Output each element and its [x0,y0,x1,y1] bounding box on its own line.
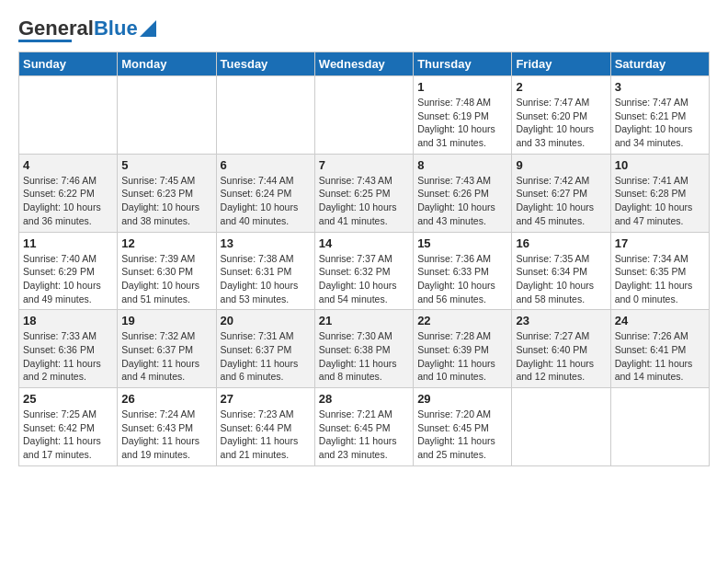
day-number: 14 [319,236,409,250]
day-info: Sunrise: 7:43 AMSunset: 6:26 PMDaylight:… [417,174,507,228]
calendar-week-row: 25Sunrise: 7:25 AMSunset: 6:42 PMDayligh… [19,388,710,466]
day-number: 15 [417,236,507,250]
calendar-cell: 23Sunrise: 7:27 AMSunset: 6:40 PMDayligh… [512,310,610,388]
calendar-week-row: 11Sunrise: 7:40 AMSunset: 6:29 PMDayligh… [19,232,710,310]
calendar-cell: 26Sunrise: 7:24 AMSunset: 6:43 PMDayligh… [118,388,216,466]
logo: GeneralBlue [18,18,156,42]
day-info: Sunrise: 7:26 AMSunset: 6:41 PMDaylight:… [615,329,705,384]
day-number: 19 [121,314,211,327]
day-info: Sunrise: 7:40 AMSunset: 6:29 PMDaylight:… [23,252,113,306]
day-info: Sunrise: 7:48 AMSunset: 6:19 PMDaylight:… [417,96,507,150]
day-number: 2 [516,80,606,94]
day-info: Sunrise: 7:43 AMSunset: 6:25 PMDaylight:… [319,174,409,228]
day-info: Sunrise: 7:47 AMSunset: 6:21 PMDaylight:… [615,96,705,150]
day-number: 18 [23,314,113,327]
calendar-cell: 12Sunrise: 7:39 AMSunset: 6:30 PMDayligh… [118,232,216,310]
day-number: 3 [615,80,705,94]
day-of-week-header: Thursday [414,52,512,76]
logo-icon [140,20,156,37]
day-info: Sunrise: 7:28 AMSunset: 6:39 PMDaylight:… [417,329,507,384]
calendar-cell: 2Sunrise: 7:47 AMSunset: 6:20 PMDaylight… [512,76,610,155]
day-number: 10 [615,158,705,172]
calendar-cell: 19Sunrise: 7:32 AMSunset: 6:37 PMDayligh… [118,310,216,388]
day-number: 28 [319,392,409,406]
day-number: 9 [516,158,606,172]
calendar-cell: 28Sunrise: 7:21 AMSunset: 6:45 PMDayligh… [314,388,413,466]
calendar-week-row: 1Sunrise: 7:48 AMSunset: 6:19 PMDaylight… [19,76,710,155]
calendar-cell: 1Sunrise: 7:48 AMSunset: 6:19 PMDaylight… [414,76,512,155]
day-number: 1 [417,80,507,94]
calendar-cell: 25Sunrise: 7:25 AMSunset: 6:42 PMDayligh… [19,388,118,466]
day-number: 27 [221,392,311,406]
day-info: Sunrise: 7:34 AMSunset: 6:35 PMDaylight:… [615,252,705,306]
day-number: 8 [417,158,507,172]
day-info: Sunrise: 7:42 AMSunset: 6:27 PMDaylight:… [516,174,606,228]
day-number: 23 [516,314,606,327]
calendar-cell: 22Sunrise: 7:28 AMSunset: 6:39 PMDayligh… [414,310,512,388]
logo-underline [18,40,72,42]
calendar-cell: 21Sunrise: 7:30 AMSunset: 6:38 PMDayligh… [314,310,413,388]
day-number: 4 [23,158,113,172]
day-number: 20 [221,314,311,327]
calendar-week-row: 18Sunrise: 7:33 AMSunset: 6:36 PMDayligh… [19,310,710,388]
calendar-cell [216,76,314,155]
calendar-cell: 5Sunrise: 7:45 AMSunset: 6:23 PMDaylight… [118,154,216,232]
day-number: 21 [319,314,409,327]
page-header: GeneralBlue [18,18,710,42]
day-number: 12 [121,236,211,250]
day-number: 6 [221,158,311,172]
day-info: Sunrise: 7:27 AMSunset: 6:40 PMDaylight:… [516,329,606,384]
calendar-cell [314,76,413,155]
day-of-week-header: Tuesday [216,52,314,76]
calendar-cell: 4Sunrise: 7:46 AMSunset: 6:22 PMDaylight… [19,154,118,232]
day-number: 22 [417,314,507,327]
calendar-table: SundayMondayTuesdayWednesdayThursdayFrid… [18,52,710,466]
day-of-week-header: Sunday [19,52,118,76]
day-info: Sunrise: 7:37 AMSunset: 6:32 PMDaylight:… [319,252,409,306]
calendar-cell: 16Sunrise: 7:35 AMSunset: 6:34 PMDayligh… [512,232,610,310]
calendar-cell [512,388,610,466]
day-info: Sunrise: 7:31 AMSunset: 6:37 PMDaylight:… [221,329,311,384]
calendar-cell: 10Sunrise: 7:41 AMSunset: 6:28 PMDayligh… [610,154,709,232]
day-info: Sunrise: 7:33 AMSunset: 6:36 PMDaylight:… [23,329,113,384]
calendar-cell: 17Sunrise: 7:34 AMSunset: 6:35 PMDayligh… [610,232,709,310]
calendar-cell: 7Sunrise: 7:43 AMSunset: 6:25 PMDaylight… [314,154,413,232]
calendar-cell: 18Sunrise: 7:33 AMSunset: 6:36 PMDayligh… [19,310,118,388]
day-info: Sunrise: 7:23 AMSunset: 6:44 PMDaylight:… [221,408,311,462]
day-info: Sunrise: 7:32 AMSunset: 6:37 PMDaylight:… [121,329,211,384]
calendar-cell: 29Sunrise: 7:20 AMSunset: 6:45 PMDayligh… [414,388,512,466]
day-number: 17 [615,236,705,250]
day-number: 26 [121,392,211,406]
day-info: Sunrise: 7:41 AMSunset: 6:28 PMDaylight:… [615,174,705,228]
calendar-cell [118,76,216,155]
calendar-cell: 6Sunrise: 7:44 AMSunset: 6:24 PMDaylight… [216,154,314,232]
day-info: Sunrise: 7:21 AMSunset: 6:45 PMDaylight:… [319,408,409,462]
day-number: 16 [516,236,606,250]
day-of-week-header: Wednesday [314,52,413,76]
day-info: Sunrise: 7:24 AMSunset: 6:43 PMDaylight:… [121,408,211,462]
day-number: 13 [221,236,311,250]
day-info: Sunrise: 7:38 AMSunset: 6:31 PMDaylight:… [221,252,311,306]
svg-marker-0 [140,20,156,37]
day-number: 5 [121,158,211,172]
calendar-cell: 24Sunrise: 7:26 AMSunset: 6:41 PMDayligh… [610,310,709,388]
day-number: 29 [417,392,507,406]
logo-text: GeneralBlue [18,18,138,39]
day-info: Sunrise: 7:46 AMSunset: 6:22 PMDaylight:… [23,174,113,228]
calendar-cell [19,76,118,155]
day-info: Sunrise: 7:36 AMSunset: 6:33 PMDaylight:… [417,252,507,306]
day-info: Sunrise: 7:30 AMSunset: 6:38 PMDaylight:… [319,329,409,384]
calendar-cell: 20Sunrise: 7:31 AMSunset: 6:37 PMDayligh… [216,310,314,388]
day-number: 7 [319,158,409,172]
day-info: Sunrise: 7:25 AMSunset: 6:42 PMDaylight:… [23,408,113,462]
day-info: Sunrise: 7:45 AMSunset: 6:23 PMDaylight:… [121,174,211,228]
day-info: Sunrise: 7:44 AMSunset: 6:24 PMDaylight:… [221,174,311,228]
calendar-cell: 3Sunrise: 7:47 AMSunset: 6:21 PMDaylight… [610,76,709,155]
day-number: 25 [23,392,113,406]
calendar-week-row: 4Sunrise: 7:46 AMSunset: 6:22 PMDaylight… [19,154,710,232]
calendar-header-row: SundayMondayTuesdayWednesdayThursdayFrid… [19,52,710,76]
day-number: 24 [615,314,705,327]
calendar-cell [610,388,709,466]
calendar-cell: 15Sunrise: 7:36 AMSunset: 6:33 PMDayligh… [414,232,512,310]
calendar-cell: 27Sunrise: 7:23 AMSunset: 6:44 PMDayligh… [216,388,314,466]
